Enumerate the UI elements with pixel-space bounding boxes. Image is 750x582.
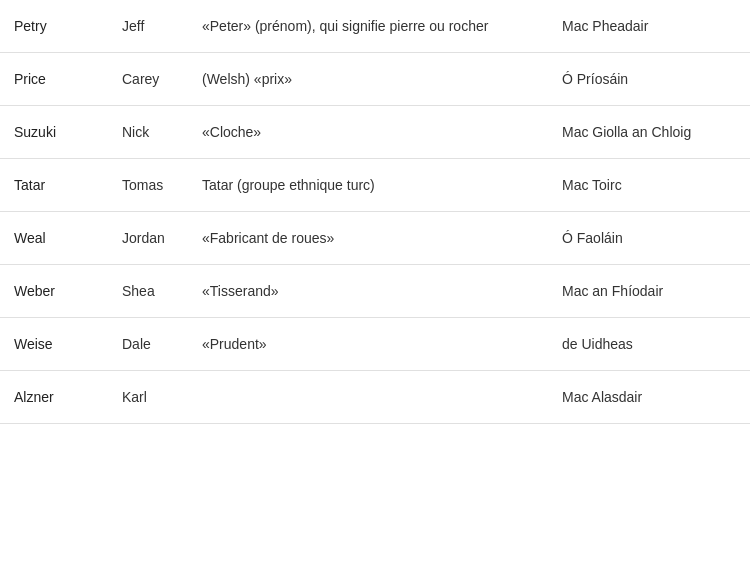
meaning-cell (190, 371, 550, 424)
surname-cell: Tatar (0, 159, 110, 212)
firstname-cell: Dale (110, 318, 190, 371)
surname-cell: Petry (0, 0, 110, 53)
table-row: Price Carey (Welsh) «prix» Ó Príosáin (0, 53, 750, 106)
meaning-cell: «Fabricant de roues» (190, 212, 550, 265)
names-table: Petry Jeff «Peter» (prénom), qui signifi… (0, 0, 750, 424)
irish-cell: Mac an Fhíodair (550, 265, 750, 318)
meaning-cell: «Tisserand» (190, 265, 550, 318)
surname-cell: Alzner (0, 371, 110, 424)
meaning-cell: Tatar (groupe ethnique turc) (190, 159, 550, 212)
firstname-cell: Tomas (110, 159, 190, 212)
firstname-cell: Karl (110, 371, 190, 424)
irish-cell: Mac Pheadair (550, 0, 750, 53)
surname-cell: Price (0, 53, 110, 106)
table-row: Suzuki Nick «Cloche» Mac Giolla an Chloi… (0, 106, 750, 159)
firstname-cell: Carey (110, 53, 190, 106)
table-row: Weber Shea «Tisserand» Mac an Fhíodair (0, 265, 750, 318)
irish-cell: de Uidheas (550, 318, 750, 371)
firstname-cell: Nick (110, 106, 190, 159)
surname-cell: Weal (0, 212, 110, 265)
firstname-cell: Jordan (110, 212, 190, 265)
irish-cell: Ó Príosáin (550, 53, 750, 106)
table-row: Weal Jordan «Fabricant de roues» Ó Faolá… (0, 212, 750, 265)
irish-cell: Mac Toirc (550, 159, 750, 212)
meaning-cell: (Welsh) «prix» (190, 53, 550, 106)
table-row: Petry Jeff «Peter» (prénom), qui signifi… (0, 0, 750, 53)
table-row: Alzner Karl Mac Alasdair (0, 371, 750, 424)
table-row: Tatar Tomas Tatar (groupe ethnique turc)… (0, 159, 750, 212)
meaning-cell: «Cloche» (190, 106, 550, 159)
irish-cell: Mac Alasdair (550, 371, 750, 424)
meaning-cell: «Peter» (prénom), qui signifie pierre ou… (190, 0, 550, 53)
table-row: Weise Dale «Prudent» de Uidheas (0, 318, 750, 371)
firstname-cell: Jeff (110, 0, 190, 53)
irish-cell: Ó Faoláin (550, 212, 750, 265)
meaning-cell: «Prudent» (190, 318, 550, 371)
surname-cell: Weber (0, 265, 110, 318)
firstname-cell: Shea (110, 265, 190, 318)
surname-cell: Weise (0, 318, 110, 371)
irish-cell: Mac Giolla an Chloig (550, 106, 750, 159)
surname-cell: Suzuki (0, 106, 110, 159)
